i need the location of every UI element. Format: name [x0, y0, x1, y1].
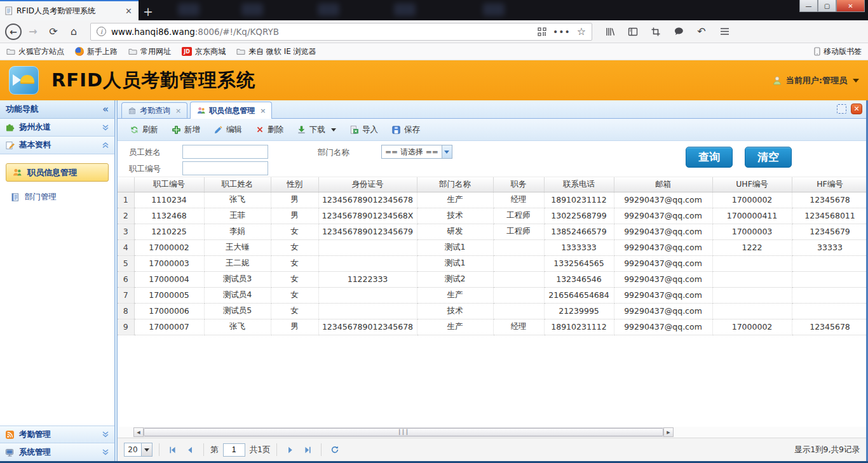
download-button[interactable]: 下载 — [291, 121, 342, 138]
scrollbar-track[interactable]: ┃┃┃ — [144, 427, 663, 437]
prev-page-button[interactable] — [184, 443, 197, 457]
workspace-tab-employee-info[interactable]: 职员信息管理 × — [190, 102, 272, 119]
chat-icon[interactable] — [670, 23, 688, 41]
refresh-button[interactable]: 刷新 — [124, 121, 164, 138]
screenshot-icon[interactable] — [647, 23, 665, 41]
bookmark-item[interactable]: JD 京东商城 — [182, 46, 226, 57]
first-page-button[interactable] — [166, 443, 179, 457]
forward-icon[interactable]: → — [24, 23, 42, 41]
column-header[interactable]: 职工姓名 — [204, 177, 271, 192]
scrollbar-thumb[interactable]: ┃┃┃ — [144, 428, 663, 436]
table-cell: 18910231112 — [544, 192, 614, 208]
table-row[interactable]: 517000003王二妮女测试1133256456599290437@qq.co… — [118, 255, 866, 271]
table-cell: 99290437@qq.com — [614, 255, 712, 271]
window-minimize-button[interactable]: — — [799, 0, 818, 12]
table-cell: 17000002 — [712, 192, 792, 208]
column-header[interactable]: 联系电话 — [544, 177, 614, 192]
table-row[interactable]: 617000004测试员3女11222333测试2132346546992904… — [118, 271, 866, 287]
page-size-select[interactable]: 20 — [124, 443, 153, 457]
table-row[interactable]: 417000002王大锤女测试1133333399290437@qq.com12… — [118, 239, 866, 255]
table-row[interactable]: 31210225李娟女123456789012345679研发工程师138524… — [118, 224, 866, 239]
edit-button[interactable]: 编辑 — [208, 121, 248, 138]
table-row[interactable]: 11110234张飞男123456789012345678生产经理1891023… — [118, 192, 866, 208]
delete-button[interactable]: 删除 — [250, 121, 289, 138]
sidebar-group-attendance[interactable]: 考勤管理 — [0, 426, 114, 443]
next-page-button[interactable] — [283, 443, 297, 457]
panel-close-icon[interactable]: ✕ — [851, 104, 862, 114]
clear-button[interactable]: 清空 — [745, 147, 792, 168]
sidebar-item-department[interactable]: 部门管理 — [10, 190, 109, 204]
window-close-button[interactable]: ✕ — [836, 0, 865, 12]
tab-close-icon[interactable]: ✕ — [124, 6, 133, 16]
reload-icon[interactable]: ⟳ — [44, 23, 62, 41]
qr-code-icon[interactable] — [538, 27, 546, 36]
menu-icon[interactable] — [715, 23, 733, 41]
table-row[interactable]: 717000005测试员4女生产21656465468499290437@qq.… — [118, 287, 866, 303]
bookmark-item[interactable]: 来自 微软 IE 浏览器 — [236, 46, 316, 57]
window-maximize-button[interactable]: ▢ — [818, 0, 836, 12]
current-user-menu[interactable]: 当前用户:管理员 — [772, 75, 859, 86]
horizontal-scrollbar[interactable]: ◀ ┃┃┃ ▶ — [133, 427, 674, 437]
page-number-input[interactable] — [223, 443, 245, 457]
address-bar[interactable]: i www.hanqi86.wang:8006/#!/Kq/KQRYB ••• … — [90, 23, 592, 41]
table-cell — [792, 255, 866, 271]
column-header[interactable]: 职务 — [493, 177, 544, 192]
bookmark-star-icon[interactable]: ☆ — [577, 25, 586, 37]
save-button[interactable]: 保存 — [386, 121, 426, 138]
page-actions-icon[interactable]: ••• — [553, 27, 571, 37]
column-header[interactable]: 性别 — [271, 177, 318, 192]
column-header[interactable]: 部门名称 — [417, 177, 493, 192]
select-dropdown-button[interactable] — [141, 443, 152, 456]
employee-code-label: 职工编号 — [129, 164, 161, 175]
column-header[interactable]: 邮箱 — [614, 177, 712, 192]
toolbar-label: 下载 — [309, 124, 325, 135]
table-cell: 99290437@qq.com — [614, 303, 712, 319]
column-header[interactable]: 职工编号 — [134, 177, 204, 192]
panel-expand-icon[interactable] — [837, 104, 846, 114]
department-select[interactable]: == 请选择 == — [381, 145, 452, 159]
query-button[interactable]: 查询 — [686, 147, 733, 168]
bookmark-item[interactable]: 火狐官方站点 — [6, 46, 64, 57]
back-icon[interactable]: ← — [5, 23, 22, 40]
page-total-label: 共1页 — [250, 445, 271, 455]
employee-name-input[interactable] — [182, 145, 268, 159]
tab-close-icon[interactable]: × — [175, 107, 181, 115]
import-button[interactable]: 导入 — [344, 121, 384, 138]
sidebar-collapse-icon[interactable]: « — [102, 104, 109, 115]
table-hscroll-area: ◀ ┃┃┃ ▶ — [118, 427, 866, 438]
reload-grid-icon[interactable] — [328, 443, 341, 457]
sidebar-group-yangzhou[interactable]: 扬州永道 — [0, 119, 114, 137]
table-cell: 张飞 — [204, 319, 271, 335]
table-cell — [318, 239, 417, 255]
column-header[interactable]: UHF编号 — [712, 177, 792, 192]
table-cell: 王二妮 — [204, 255, 271, 271]
table-row[interactable]: 21132468王菲男12345678901234568X技术工程师130225… — [118, 208, 866, 224]
last-page-button[interactable] — [301, 443, 315, 457]
bookmark-item[interactable]: 新手上路 — [75, 46, 118, 57]
sidebar-group-basic-data[interactable]: 基本资料 — [0, 137, 114, 154]
column-header[interactable]: 身份证号 — [318, 177, 417, 192]
library-icon[interactable] — [601, 23, 619, 41]
table-cell: 女 — [271, 224, 318, 239]
table-row[interactable]: 817000006测试员5女技术2123999599290437@qq.com — [118, 303, 866, 319]
employee-code-input[interactable] — [182, 161, 268, 175]
sidebar-item-employee-info[interactable]: 职员信息管理 — [6, 163, 109, 182]
column-header[interactable]: HF编号 — [792, 177, 866, 192]
new-tab-button[interactable]: + — [139, 3, 158, 20]
scroll-right-icon[interactable]: ▶ — [663, 427, 674, 437]
workspace-tab-attendance-query[interactable]: 考勤查询 × — [121, 102, 187, 118]
undo-icon[interactable]: ↶ — [693, 23, 710, 41]
bookmark-item[interactable]: 常用网址 — [128, 46, 171, 57]
tab-close-icon[interactable]: × — [260, 107, 266, 115]
sidebar-toggle-icon[interactable] — [624, 23, 642, 41]
select-dropdown-button[interactable] — [442, 145, 452, 158]
scroll-left-icon[interactable]: ◀ — [133, 427, 144, 437]
browser-tab[interactable]: RFID人员考勤管理系统 ✕ — [0, 0, 139, 20]
table-cell: 99290437@qq.com — [614, 208, 712, 224]
bookmark-item-mobile[interactable]: 移动版书签 — [814, 46, 862, 57]
home-icon[interactable]: ⌂ — [65, 23, 83, 41]
table-row[interactable]: 917000007张飞男123456789012345678生产经理189102… — [118, 319, 866, 335]
site-info-icon[interactable]: i — [97, 27, 106, 36]
sidebar-group-system[interactable]: 系统管理 — [0, 443, 114, 461]
add-button[interactable]: 新增 — [166, 121, 206, 138]
